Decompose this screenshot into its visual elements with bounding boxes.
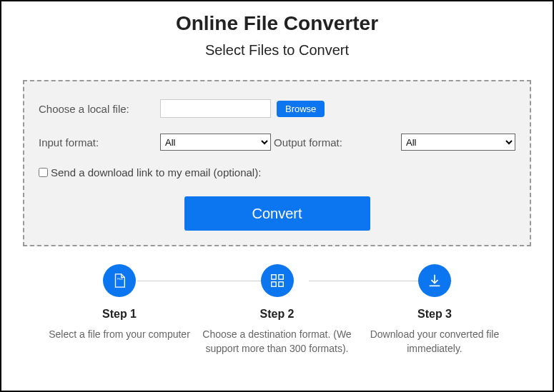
email-checkbox-label: Send a download link to my email (option… <box>51 166 261 179</box>
svg-rect-4 <box>278 282 282 286</box>
output-format-select[interactable]: All <box>401 134 515 151</box>
convert-row: Convert <box>39 196 515 231</box>
step-title: Step 3 <box>360 308 510 321</box>
download-icon <box>418 264 451 297</box>
step-1: FILE Step 1 Select a file from your comp… <box>44 264 194 356</box>
file-row: Choose a local file: Browse <box>39 99 515 118</box>
local-file-input[interactable] <box>160 99 271 118</box>
local-file-label: Choose a local file: <box>39 103 160 115</box>
svg-rect-1 <box>271 275 275 279</box>
email-row: Send a download link to my email (option… <box>39 166 515 179</box>
step-desc: Download your converted file immediately… <box>360 328 510 356</box>
step-2: Step 2 Choose a destination format. (We … <box>202 264 352 356</box>
step-connector <box>137 281 280 281</box>
file-icon: FILE <box>103 264 136 297</box>
step-title: Step 2 <box>202 308 352 321</box>
convert-button[interactable]: Convert <box>184 196 370 231</box>
step-3: Step 3 Download your converted file imme… <box>360 264 510 356</box>
svg-rect-2 <box>278 275 282 279</box>
steps-container: FILE Step 1 Select a file from your comp… <box>23 264 531 356</box>
format-row: Input format: All Output format: All <box>39 134 515 151</box>
app-container: Online File Converter Select Files to Co… <box>0 0 554 392</box>
output-format-label: Output format: <box>274 136 342 149</box>
page-title: Online File Converter <box>23 12 531 35</box>
grid-icon <box>261 264 294 297</box>
svg-text:FILE: FILE <box>117 278 123 281</box>
browse-button[interactable]: Browse <box>277 101 325 117</box>
email-checkbox[interactable] <box>39 168 48 177</box>
step-title: Step 1 <box>44 308 194 321</box>
input-format-label: Input format: <box>39 136 160 149</box>
step-desc: Select a file from your computer <box>44 328 194 342</box>
converter-panel: Choose a local file: Browse Input format… <box>23 80 531 246</box>
page-subtitle: Select Files to Convert <box>23 42 531 59</box>
svg-rect-3 <box>271 282 275 286</box>
step-desc: Choose a destination format. (We support… <box>202 328 352 356</box>
input-format-select[interactable]: All <box>160 134 271 151</box>
